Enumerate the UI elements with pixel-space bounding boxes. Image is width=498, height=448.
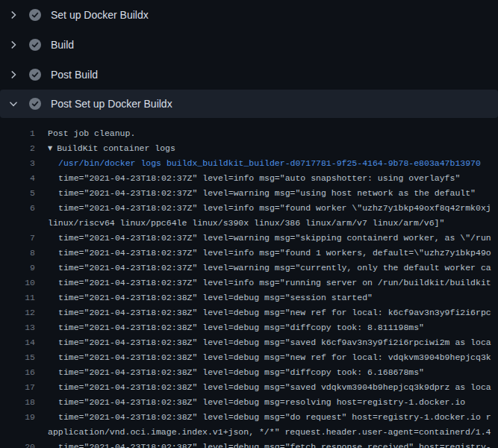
- log-group-label[interactable]: BuildKit container logs: [57, 143, 175, 153]
- log-line-text: time="2021-04-23T18:02:37Z" level=info m…: [58, 246, 491, 261]
- log-line-number[interactable]: 1: [0, 126, 35, 141]
- log-line: 15 time="2021-04-23T18:02:38Z" level=deb…: [0, 350, 498, 365]
- check-circle-icon: [29, 9, 41, 21]
- check-circle-icon: [29, 69, 41, 81]
- log-line: 17 time="2021-04-23T18:02:38Z" level=deb…: [0, 380, 498, 395]
- chevron-down-icon: [7, 98, 19, 110]
- log-line-number[interactable]: 6: [0, 201, 35, 216]
- log-line-text: time="2021-04-23T18:02:37Z" level=info m…: [58, 201, 491, 216]
- log-line: 4 time="2021-04-23T18:02:37Z" level=info…: [0, 171, 498, 186]
- log-line-number[interactable]: 8: [0, 246, 35, 261]
- log-line-number[interactable]: 18: [0, 395, 35, 410]
- log-line-text: ▼BuildKit container logs: [48, 141, 175, 156]
- chevron-right-icon: [7, 9, 19, 21]
- log-line-text: time="2021-04-23T18:02:37Z" level=warnin…: [58, 186, 476, 201]
- step-row-2[interactable]: Post Build: [0, 60, 498, 90]
- log-line-text: time="2021-04-23T18:02:37Z" level=warnin…: [58, 231, 491, 246]
- log-line-number[interactable]: 19: [0, 410, 35, 425]
- log-line-text: time="2021-04-23T18:02:38Z" level=debug …: [58, 320, 424, 335]
- log-line: 13 time="2021-04-23T18:02:38Z" level=deb…: [0, 320, 498, 335]
- log-line: 6 time="2021-04-23T18:02:37Z" level=info…: [0, 201, 498, 216]
- steps-list: Set up Docker Buildx Build Post Build Po…: [0, 0, 498, 118]
- log-line-text: time="2021-04-23T18:02:38Z" level=debug …: [58, 395, 465, 410]
- step-row-1[interactable]: Build: [0, 30, 498, 60]
- log-line: 16 time="2021-04-23T18:02:38Z" level=deb…: [0, 365, 498, 380]
- log-line-number[interactable]: 12: [0, 305, 35, 320]
- chevron-right-icon: [7, 39, 19, 51]
- log-line-number[interactable]: 14: [0, 335, 35, 350]
- log-line-number[interactable]: [0, 216, 35, 231]
- log-line: linux/riscv64 linux/ppc64le linux/s390x …: [0, 216, 498, 231]
- log-line: 12 time="2021-04-23T18:02:38Z" level=deb…: [0, 305, 498, 320]
- log-line-number[interactable]: [0, 425, 35, 440]
- log-command-text: /usr/bin/docker logs buildx_buildkit_bui…: [58, 156, 481, 171]
- log-line-number[interactable]: 7: [0, 231, 35, 246]
- log-line-number[interactable]: 3: [0, 156, 35, 171]
- step-title: Set up Docker Buildx: [51, 9, 149, 21]
- log-line-text: time="2021-04-23T18:02:37Z" level=info m…: [58, 171, 460, 186]
- log-line-text: time="2021-04-23T18:02:38Z" level=debug …: [58, 440, 491, 448]
- log-line-text: time="2021-04-23T18:02:38Z" level=debug …: [58, 335, 491, 350]
- log-line-number[interactable]: 13: [0, 320, 35, 335]
- step-title: Post Set up Docker Buildx: [51, 98, 172, 110]
- log-line-text: time="2021-04-23T18:02:38Z" level=debug …: [58, 305, 491, 320]
- check-circle-icon: [29, 98, 41, 110]
- log-line: 9 time="2021-04-23T18:02:37Z" level=warn…: [0, 261, 498, 276]
- log-line-number[interactable]: 17: [0, 380, 35, 395]
- log-line: 11 time="2021-04-23T18:02:38Z" level=deb…: [0, 290, 498, 305]
- chevron-right-icon: [7, 69, 19, 81]
- log-line-text: time="2021-04-23T18:02:38Z" level=debug …: [58, 290, 373, 305]
- step-row-3[interactable]: Post Set up Docker Buildx: [0, 90, 498, 118]
- log-line: 14 time="2021-04-23T18:02:38Z" level=deb…: [0, 335, 498, 350]
- log-line-number[interactable]: 5: [0, 186, 35, 201]
- log-line-text: time="2021-04-23T18:02:37Z" level=info m…: [58, 276, 491, 290]
- log-line-number[interactable]: 9: [0, 261, 35, 276]
- log-line: 7 time="2021-04-23T18:02:37Z" level=warn…: [0, 231, 498, 246]
- log-line-text: application/vnd.oci.image.index.v1+json,…: [48, 425, 491, 440]
- log-line-number[interactable]: 10: [0, 276, 35, 290]
- workflow-log-panel: Set up Docker Buildx Build Post Build Po…: [0, 0, 498, 448]
- log-line: 18 time="2021-04-23T18:02:38Z" level=deb…: [0, 395, 498, 410]
- log-line: 5 time="2021-04-23T18:02:37Z" level=warn…: [0, 186, 498, 201]
- log-line-number[interactable]: 20: [0, 440, 35, 448]
- check-circle-icon: [29, 39, 41, 51]
- log-line-number[interactable]: 2: [0, 141, 35, 156]
- step-title: Build: [51, 39, 74, 51]
- group-expanded-icon[interactable]: ▼: [48, 145, 52, 152]
- log-line-number[interactable]: 11: [0, 290, 35, 305]
- log-viewer: 1 Post job cleanup. 2 ▼BuildKit containe…: [0, 126, 498, 448]
- log-line: 19 time="2021-04-23T18:02:38Z" level=deb…: [0, 410, 498, 425]
- log-line-text: time="2021-04-23T18:02:38Z" level=debug …: [58, 350, 491, 365]
- log-line: 20 time="2021-04-23T18:02:38Z" level=deb…: [0, 440, 498, 448]
- log-line: 3 /usr/bin/docker logs buildx_buildkit_b…: [0, 156, 498, 171]
- log-line-number[interactable]: 15: [0, 350, 35, 365]
- log-line-number[interactable]: 16: [0, 365, 35, 380]
- log-line-text: time="2021-04-23T18:02:38Z" level=debug …: [58, 380, 491, 395]
- log-line-text: Post job cleanup.: [48, 126, 135, 141]
- log-line-text: linux/riscv64 linux/ppc64le linux/s390x …: [48, 216, 444, 231]
- log-line: application/vnd.oci.image.index.v1+json,…: [0, 425, 498, 440]
- log-line: 10 time="2021-04-23T18:02:37Z" level=inf…: [0, 276, 498, 290]
- log-line: 2 ▼BuildKit container logs: [0, 141, 498, 156]
- log-line: 8 time="2021-04-23T18:02:37Z" level=info…: [0, 246, 498, 261]
- log-line-number[interactable]: 4: [0, 171, 35, 186]
- log-line-text: time="2021-04-23T18:02:38Z" level=debug …: [58, 410, 491, 425]
- log-line-text: time="2021-04-23T18:02:37Z" level=warnin…: [58, 261, 491, 276]
- step-row-0[interactable]: Set up Docker Buildx: [0, 0, 498, 30]
- log-line-text: time="2021-04-23T18:02:38Z" level=debug …: [58, 365, 424, 380]
- step-title: Post Build: [51, 69, 98, 81]
- log-line: 1 Post job cleanup.: [0, 126, 498, 141]
